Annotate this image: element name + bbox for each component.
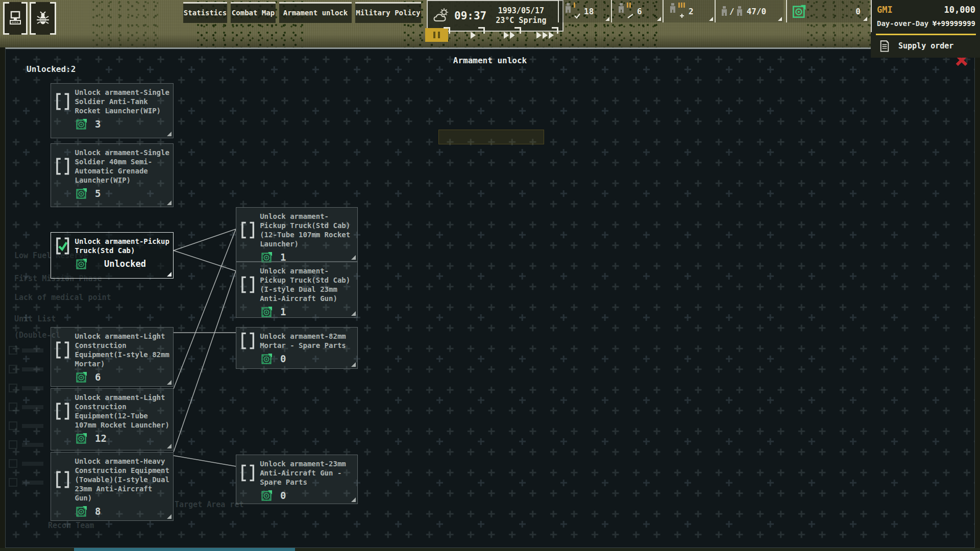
edge-node8-to-node4 [174, 229, 236, 389]
node-title: Unlock armament-Light Construction Equip… [75, 393, 170, 430]
map-shade [0, 34, 980, 47]
tech-node-9[interactable]: Unlock armament-Heavy Construction Equip… [51, 452, 174, 521]
armament-unlock-window: Low Fuel ReserveFirst Mission PhaseLack … [5, 47, 975, 548]
node-count: 5 [95, 188, 101, 199]
speed-pause-button[interactable] [425, 28, 448, 42]
counter-value: 0 [855, 7, 861, 16]
edge-node9-to-node10 [174, 456, 236, 466]
fastest-icon [543, 32, 548, 39]
day-over-day-label: Day-over-Day [877, 19, 928, 28]
tech-node-10[interactable]: Unlock armament-23mm Anti-Aircraft Gun -… [236, 455, 358, 504]
menu-button-combat-map[interactable]: Combat Map [231, 2, 276, 23]
tech-node-5[interactable]: Unlock armament-Pickup Truck(Std Cab)(I-… [236, 262, 358, 318]
clock-weather: 23°C Spring [496, 16, 546, 26]
checkbox[interactable] [55, 157, 70, 176]
deployed-icons: / [720, 6, 744, 17]
node-count: 1 [280, 252, 286, 263]
game-screen: StatisticsCombat MapArmament unlockMilit… [0, 0, 980, 551]
checkbox[interactable] [55, 402, 70, 420]
soldier-icon [564, 3, 573, 14]
rank-ticks [627, 3, 631, 8]
tier-1-units-counter[interactable]: 18 [558, 0, 611, 22]
weather-icon [433, 7, 450, 24]
blueprint-icon [75, 505, 88, 518]
plus-mark-icon [678, 13, 685, 19]
tech-node-6[interactable]: Unlock armament-82mm Mortar - Spare Part… [236, 327, 358, 369]
counter-value: 6 [637, 7, 642, 16]
computer-icon [7, 10, 23, 27]
checkbox[interactable] [55, 237, 70, 255]
speed-fastest-button[interactable] [534, 28, 556, 42]
soldier-icon [617, 3, 626, 14]
bug-icon [35, 10, 51, 27]
blueprint-icon [260, 489, 274, 502]
node-count: 0 [280, 490, 286, 501]
node-title: Unlock armament-82mm Mortar - Spare Part… [260, 332, 354, 350]
blueprint-icon [75, 117, 88, 131]
debug-button[interactable] [30, 2, 56, 35]
checkbox[interactable] [55, 341, 70, 359]
checkbox[interactable] [240, 332, 255, 350]
check-mark-icon [574, 13, 581, 19]
deployed-units-counter[interactable]: /47/0 [715, 0, 783, 22]
play-icon [471, 32, 476, 39]
orders-icon [792, 3, 807, 19]
tech-node-2[interactable]: Unlock armament-Single Soldier 40mm Semi… [51, 143, 174, 207]
rank-ticks [678, 3, 685, 8]
blueprint-icon [75, 257, 88, 270]
fast-forward-icon [504, 32, 509, 39]
unlocked-counter: Unlocked:2 [27, 64, 76, 74]
checkbox[interactable] [240, 221, 255, 239]
tech-node-7[interactable]: Unlock armament-Light Construction Equip… [51, 327, 174, 387]
menu-button-armament-unlock[interactable]: Armament unlock [279, 2, 352, 23]
supply-order-label: Supply order [898, 41, 953, 51]
counter-value: 2 [689, 7, 694, 16]
node-title: Unlock armament-Pickup Truck(Std Cab)(12… [260, 212, 354, 248]
soldier-icon-wrap [617, 3, 634, 20]
tech-node-1[interactable]: Unlock armament-Single Soldier Anti-Tank… [51, 83, 174, 138]
node-count: 0 [280, 353, 286, 364]
supply-order-button[interactable]: Supply order [871, 35, 980, 58]
day-over-day-value: ¥+99999999 [933, 19, 975, 28]
slash-mark-icon [627, 13, 634, 19]
fast-forward-icon [510, 32, 515, 39]
blueprint-icon [75, 187, 88, 200]
menu-button-military-policy[interactable]: Military Policy [355, 2, 421, 23]
node-title: Unlock armament-Single Soldier 40mm Semi… [75, 148, 170, 185]
bottom-edge [0, 548, 980, 551]
blueprint-icon [75, 432, 88, 445]
checkbox[interactable] [55, 92, 70, 111]
soldier-icon [668, 3, 677, 14]
node-count: 3 [95, 118, 101, 130]
blueprint-icon [260, 305, 274, 318]
soldier-icon-wrap [668, 3, 685, 20]
tech-node-8[interactable]: Unlock armament-Light Construction Equip… [51, 388, 174, 450]
speed-fast-forward-button[interactable] [500, 28, 519, 42]
tech-node-4[interactable]: Unlock armament-Pickup Truck(Std Cab)(12… [236, 207, 358, 262]
blueprint-icon [260, 352, 274, 365]
node-count: 6 [95, 371, 101, 383]
edge-node9-to-node5 [174, 271, 236, 452]
tier-2-units-counter[interactable]: 6 [611, 0, 663, 22]
system-button[interactable] [3, 2, 28, 35]
counter-value: 47/0 [747, 7, 767, 16]
node-count: 8 [95, 506, 101, 517]
pending-orders-counter[interactable]: 0 [786, 0, 869, 22]
speed-play-button[interactable] [463, 28, 483, 42]
node-title: Unlock armament-Pickup Truck(Std Cab) [75, 237, 170, 255]
pause-icon [433, 32, 435, 38]
checkbox[interactable] [240, 464, 255, 482]
node-title: Unlock armament-Heavy Construction Equip… [75, 457, 170, 503]
node-title: Unlock armament-23mm Anti-Aircraft Gun -… [260, 459, 354, 487]
tier-3-units-counter[interactable]: 2 [663, 0, 715, 22]
tech-node-3[interactable]: Unlock armament-Pickup Truck(Std Cab) Un… [51, 232, 174, 279]
checkbox[interactable] [55, 470, 70, 489]
page-title: Armament unlock [6, 56, 974, 65]
currency-label: GMI [877, 5, 893, 15]
node-title: Unlock armament-Pickup Truck(Std Cab)(I-… [260, 266, 354, 303]
bottom-progress-bar [74, 548, 295, 551]
menu-button-statistics[interactable]: Statistics [183, 2, 227, 23]
soldier-icon [735, 6, 744, 17]
checkbox[interactable] [240, 276, 255, 294]
finance-summary: GMI 10,000 Day-over-Day ¥+99999999 [871, 0, 980, 32]
